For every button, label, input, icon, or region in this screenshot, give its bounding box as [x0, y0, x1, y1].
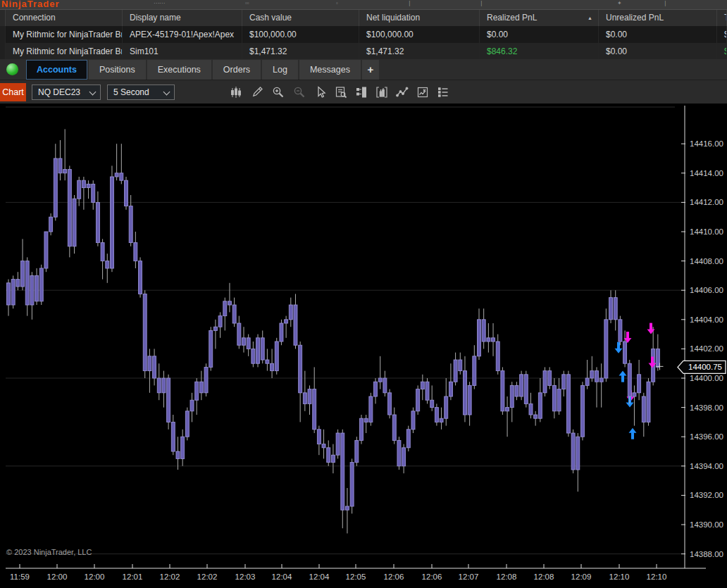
time-axis[interactable]: 11:5912:0012:0012:0112:0212:0212:0312:04…	[6, 564, 706, 581]
candle	[416, 389, 420, 411]
bar-spacing-icon[interactable]	[375, 85, 389, 99]
candle	[327, 448, 330, 463]
accounts-table-body: My Rithmic for NinjaTrader BrAPEX-45179-…	[0, 26, 727, 60]
candle	[459, 360, 462, 371]
tab-messages[interactable]: Messages	[299, 60, 361, 80]
tab-accounts[interactable]: Accounts	[26, 60, 87, 80]
time-tick-label: 12:04	[309, 573, 330, 581]
price-tick-label: 14388.00	[690, 550, 723, 558]
candle	[440, 418, 443, 422]
candle	[256, 338, 260, 363]
candle	[308, 389, 311, 404]
chevron-down-icon	[163, 89, 170, 96]
table-cell: $1,471.32	[359, 43, 480, 60]
add-tab-button[interactable]: +	[362, 60, 379, 80]
account-row[interactable]: My Rithmic for NinjaTrader BrSim101$1,47…	[0, 43, 727, 60]
column-header-Realized PnL[interactable]: Realized PnL▲	[480, 10, 599, 26]
candle	[463, 371, 466, 415]
candle	[153, 356, 156, 378]
candle	[378, 378, 382, 382]
price-tick-label: 14396.00	[690, 432, 723, 441]
candle	[411, 411, 415, 430]
tab-executions[interactable]: Executions	[147, 60, 211, 80]
window-icon[interactable]: ▫▫	[245, 0, 249, 6]
cursor-icon[interactable]	[313, 85, 328, 99]
candle	[21, 261, 25, 287]
candle	[355, 440, 359, 462]
candle	[251, 349, 255, 363]
price-tick-label: 14404.00	[690, 315, 723, 324]
candle	[402, 448, 406, 466]
zoom-in-icon[interactable]	[271, 85, 285, 99]
more-icon[interactable]: ⋯⋯	[154, 0, 165, 6]
price-tick-label: 14398.00	[690, 404, 723, 412]
candle	[435, 408, 438, 423]
column-header-Cash value[interactable]: Cash value	[242, 10, 359, 26]
candle	[280, 323, 283, 342]
column-header-Display name[interactable]: Display name	[123, 10, 242, 26]
chart-style-icon[interactable]	[229, 85, 243, 99]
tabs: AccountsPositionsExecutionsOrdersLogMess…	[26, 60, 380, 80]
instrument-value: NQ DEC23	[38, 87, 80, 97]
interval-dropdown[interactable]: 5 Second	[107, 85, 175, 100]
account-row[interactable]: My Rithmic for NinjaTrader BrAPEX-45179-…	[0, 26, 727, 43]
price-axis[interactable]: 14416.0014414.0014412.0014410.0014408.00…	[681, 106, 723, 568]
candle	[360, 418, 364, 440]
candle	[430, 400, 434, 407]
time-tick-label: 12:02	[197, 573, 218, 581]
time-tick-label: 12:04	[272, 573, 292, 581]
candle	[642, 396, 645, 422]
candle	[609, 298, 613, 320]
tab-positions[interactable]: Positions	[89, 60, 146, 80]
candle	[195, 382, 199, 400]
table-cell	[0, 43, 6, 60]
square-icon[interactable]: ▫	[336, 0, 338, 6]
sort-ascending-icon: ▲	[588, 10, 592, 26]
table-cell: $0.00	[599, 26, 717, 43]
candle	[77, 180, 81, 199]
column-header-T[interactable]: T	[717, 10, 727, 26]
candle	[619, 320, 622, 342]
table-cell: $	[717, 43, 727, 60]
properties-icon[interactable]	[436, 85, 450, 99]
price-tick-label: 14410.00	[690, 227, 723, 236]
chart-trader-icon[interactable]	[354, 85, 368, 99]
tab-log[interactable]: Log	[262, 60, 298, 80]
accounts-table-header: ConnectionDisplay nameCash valueNet liqu…	[0, 10, 727, 26]
price-tick-label: 14408.00	[690, 257, 723, 265]
candle	[223, 301, 227, 316]
candle	[656, 349, 659, 367]
candle	[106, 261, 109, 268]
candle	[303, 393, 306, 404]
candle	[492, 338, 495, 342]
chart-canvas[interactable]: 14416.0014414.0014412.0014410.0014408.00…	[0, 104, 727, 588]
column-header-Net liquidation[interactable]: Net liquidation	[359, 10, 480, 26]
candle	[125, 180, 128, 206]
candle	[341, 433, 344, 510]
candle	[520, 375, 523, 396]
tab-orders[interactable]: Orders	[213, 60, 261, 80]
instrument-dropdown[interactable]: NQ DEC23	[32, 85, 101, 100]
chart-window-label[interactable]: Chart	[0, 83, 26, 101]
candle	[388, 393, 392, 415]
indicators-icon[interactable]	[395, 85, 409, 99]
candle	[590, 371, 594, 378]
chevron-down-icon	[89, 89, 97, 96]
drawing-tools-icon[interactable]	[250, 85, 264, 99]
candle	[397, 440, 401, 465]
table-cell: $846.32	[480, 43, 599, 60]
column-header-Connection[interactable]: Connection	[6, 10, 123, 26]
candle	[199, 382, 203, 393]
chart-templates-icon[interactable]	[416, 85, 430, 99]
candle	[454, 360, 457, 382]
candle	[336, 433, 340, 455]
zoom-out-icon	[292, 85, 306, 99]
candle	[63, 170, 67, 173]
time-tick-label: 12:02	[160, 573, 180, 581]
candle	[204, 367, 208, 392]
column-header-Unrealized PnL[interactable]: Unrealized PnL	[599, 10, 717, 26]
table-cell	[0, 26, 6, 43]
candle	[364, 418, 368, 422]
gear-icon[interactable]: ✦	[617, 0, 622, 6]
data-box-icon[interactable]	[334, 85, 348, 99]
